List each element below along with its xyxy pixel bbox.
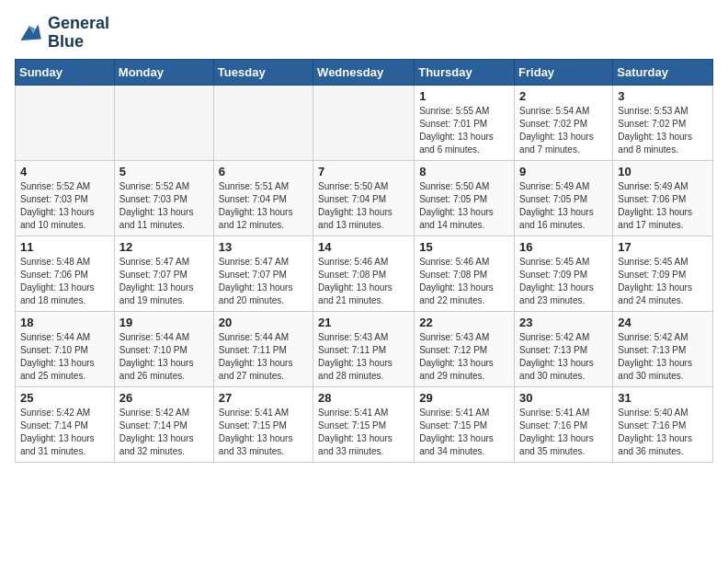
- day-number: 1: [419, 89, 509, 103]
- day-number: 12: [119, 240, 209, 254]
- calendar-cell: 16Sunrise: 5:45 AM Sunset: 7:09 PM Dayli…: [515, 236, 613, 311]
- day-number: 30: [519, 391, 608, 405]
- calendar-cell: 9Sunrise: 5:49 AM Sunset: 7:05 PM Daylig…: [515, 160, 613, 236]
- day-info: Sunrise: 5:44 AM Sunset: 7:11 PM Dayligh…: [219, 331, 308, 383]
- day-number: 26: [119, 391, 209, 405]
- day-info: Sunrise: 5:44 AM Sunset: 7:10 PM Dayligh…: [20, 331, 109, 383]
- calendar-header-row: SundayMondayTuesdayWednesdayThursdayFrid…: [16, 59, 713, 85]
- day-number: 24: [618, 316, 708, 329]
- calendar-cell: 7Sunrise: 5:50 AM Sunset: 7:04 PM Daylig…: [313, 160, 415, 236]
- day-number: 28: [318, 391, 409, 405]
- calendar-cell: 22Sunrise: 5:43 AM Sunset: 7:12 PM Dayli…: [415, 311, 515, 386]
- calendar-header-sunday: Sunday: [16, 59, 115, 85]
- calendar-cell: 24Sunrise: 5:42 AM Sunset: 7:13 PM Dayli…: [613, 311, 713, 386]
- day-number: 3: [618, 89, 708, 103]
- day-number: 10: [618, 165, 708, 178]
- day-info: Sunrise: 5:41 AM Sunset: 7:15 PM Dayligh…: [318, 407, 409, 458]
- day-info: Sunrise: 5:46 AM Sunset: 7:08 PM Dayligh…: [419, 256, 509, 307]
- calendar-cell: [313, 85, 415, 160]
- day-number: 19: [119, 316, 209, 329]
- day-info: Sunrise: 5:45 AM Sunset: 7:09 PM Dayligh…: [519, 256, 608, 307]
- logo: General Blue: [15, 15, 109, 52]
- day-info: Sunrise: 5:47 AM Sunset: 7:07 PM Dayligh…: [119, 256, 209, 307]
- calendar-cell: 14Sunrise: 5:46 AM Sunset: 7:08 PM Dayli…: [313, 236, 415, 311]
- logo-text: General Blue: [48, 15, 109, 52]
- page-header: General Blue: [15, 15, 713, 52]
- calendar-week-2: 4Sunrise: 5:52 AM Sunset: 7:03 PM Daylig…: [16, 160, 713, 236]
- day-number: 20: [219, 316, 308, 329]
- day-number: 14: [318, 240, 409, 254]
- day-info: Sunrise: 5:45 AM Sunset: 7:09 PM Dayligh…: [618, 256, 708, 307]
- day-info: Sunrise: 5:52 AM Sunset: 7:03 PM Dayligh…: [20, 180, 109, 232]
- day-info: Sunrise: 5:49 AM Sunset: 7:06 PM Dayligh…: [618, 180, 708, 232]
- day-info: Sunrise: 5:49 AM Sunset: 7:05 PM Dayligh…: [519, 180, 608, 232]
- calendar-header-thursday: Thursday: [415, 59, 515, 85]
- day-number: 18: [20, 316, 109, 329]
- day-number: 9: [519, 165, 608, 178]
- day-info: Sunrise: 5:41 AM Sunset: 7:15 PM Dayligh…: [419, 407, 509, 458]
- day-number: 25: [20, 391, 109, 405]
- calendar-cell: 12Sunrise: 5:47 AM Sunset: 7:07 PM Dayli…: [114, 236, 213, 311]
- calendar-cell: [213, 85, 313, 160]
- calendar-cell: 3Sunrise: 5:53 AM Sunset: 7:02 PM Daylig…: [613, 85, 713, 160]
- day-number: 23: [519, 316, 608, 329]
- calendar-cell: 28Sunrise: 5:41 AM Sunset: 7:15 PM Dayli…: [313, 386, 415, 462]
- day-info: Sunrise: 5:40 AM Sunset: 7:16 PM Dayligh…: [618, 407, 708, 458]
- day-info: Sunrise: 5:43 AM Sunset: 7:11 PM Dayligh…: [318, 331, 409, 383]
- calendar-cell: 4Sunrise: 5:52 AM Sunset: 7:03 PM Daylig…: [16, 160, 115, 236]
- calendar-cell: 6Sunrise: 5:51 AM Sunset: 7:04 PM Daylig…: [213, 160, 313, 236]
- calendar-cell: 19Sunrise: 5:44 AM Sunset: 7:10 PM Dayli…: [114, 311, 213, 386]
- calendar-cell: 5Sunrise: 5:52 AM Sunset: 7:03 PM Daylig…: [114, 160, 213, 236]
- calendar-table: SundayMondayTuesdayWednesdayThursdayFrid…: [15, 59, 713, 463]
- calendar-cell: 10Sunrise: 5:49 AM Sunset: 7:06 PM Dayli…: [613, 160, 713, 236]
- calendar-cell: 8Sunrise: 5:50 AM Sunset: 7:05 PM Daylig…: [415, 160, 515, 236]
- calendar-week-5: 25Sunrise: 5:42 AM Sunset: 7:14 PM Dayli…: [16, 386, 713, 462]
- day-number: 2: [519, 89, 608, 103]
- calendar-cell: 15Sunrise: 5:46 AM Sunset: 7:08 PM Dayli…: [415, 236, 515, 311]
- calendar-cell: 11Sunrise: 5:48 AM Sunset: 7:06 PM Dayli…: [16, 236, 115, 311]
- calendar-cell: 31Sunrise: 5:40 AM Sunset: 7:16 PM Dayli…: [613, 386, 713, 462]
- day-number: 17: [618, 240, 708, 254]
- day-info: Sunrise: 5:43 AM Sunset: 7:12 PM Dayligh…: [419, 331, 509, 383]
- day-number: 13: [219, 240, 308, 254]
- day-info: Sunrise: 5:50 AM Sunset: 7:05 PM Dayligh…: [419, 180, 509, 232]
- day-info: Sunrise: 5:44 AM Sunset: 7:10 PM Dayligh…: [119, 331, 209, 383]
- day-number: 8: [419, 165, 509, 178]
- day-number: 7: [318, 165, 409, 178]
- day-info: Sunrise: 5:52 AM Sunset: 7:03 PM Dayligh…: [119, 180, 209, 232]
- day-info: Sunrise: 5:47 AM Sunset: 7:07 PM Dayligh…: [219, 256, 308, 307]
- day-number: 22: [419, 316, 509, 329]
- day-number: 15: [419, 240, 509, 254]
- calendar-week-3: 11Sunrise: 5:48 AM Sunset: 7:06 PM Dayli…: [16, 236, 713, 311]
- calendar-cell: 30Sunrise: 5:41 AM Sunset: 7:16 PM Dayli…: [515, 386, 613, 462]
- calendar-body: 1Sunrise: 5:55 AM Sunset: 7:01 PM Daylig…: [16, 85, 713, 462]
- calendar-cell: 18Sunrise: 5:44 AM Sunset: 7:10 PM Dayli…: [16, 311, 115, 386]
- calendar-cell: 29Sunrise: 5:41 AM Sunset: 7:15 PM Dayli…: [415, 386, 515, 462]
- day-info: Sunrise: 5:42 AM Sunset: 7:13 PM Dayligh…: [618, 331, 708, 383]
- day-info: Sunrise: 5:50 AM Sunset: 7:04 PM Dayligh…: [318, 180, 409, 232]
- day-number: 27: [219, 391, 308, 405]
- day-info: Sunrise: 5:42 AM Sunset: 7:14 PM Dayligh…: [20, 407, 109, 458]
- calendar-cell: 1Sunrise: 5:55 AM Sunset: 7:01 PM Daylig…: [415, 85, 515, 160]
- calendar-cell: 2Sunrise: 5:54 AM Sunset: 7:02 PM Daylig…: [515, 85, 613, 160]
- calendar-week-4: 18Sunrise: 5:44 AM Sunset: 7:10 PM Dayli…: [16, 311, 713, 386]
- day-info: Sunrise: 5:42 AM Sunset: 7:14 PM Dayligh…: [119, 407, 209, 458]
- day-number: 4: [20, 165, 109, 178]
- calendar-cell: 21Sunrise: 5:43 AM Sunset: 7:11 PM Dayli…: [313, 311, 415, 386]
- day-number: 11: [20, 240, 109, 254]
- day-info: Sunrise: 5:54 AM Sunset: 7:02 PM Dayligh…: [519, 105, 608, 156]
- calendar-header-wednesday: Wednesday: [313, 59, 415, 85]
- day-number: 16: [519, 240, 608, 254]
- day-number: 31: [618, 391, 708, 405]
- calendar-cell: 13Sunrise: 5:47 AM Sunset: 7:07 PM Dayli…: [213, 236, 313, 311]
- day-number: 6: [219, 165, 308, 178]
- calendar-cell: 17Sunrise: 5:45 AM Sunset: 7:09 PM Dayli…: [613, 236, 713, 311]
- calendar-header-saturday: Saturday: [613, 59, 713, 85]
- day-info: Sunrise: 5:55 AM Sunset: 7:01 PM Dayligh…: [419, 105, 509, 156]
- day-info: Sunrise: 5:53 AM Sunset: 7:02 PM Dayligh…: [618, 105, 708, 156]
- logo-icon: [15, 18, 44, 48]
- day-info: Sunrise: 5:41 AM Sunset: 7:15 PM Dayligh…: [219, 407, 308, 458]
- calendar-cell: [16, 85, 115, 160]
- day-number: 29: [419, 391, 509, 405]
- day-info: Sunrise: 5:51 AM Sunset: 7:04 PM Dayligh…: [219, 180, 308, 232]
